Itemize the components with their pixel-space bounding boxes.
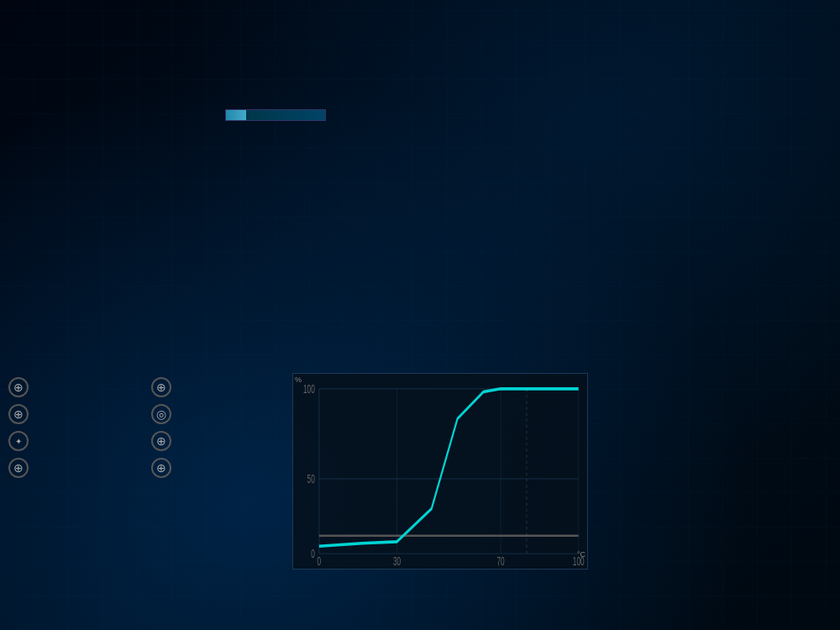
chart-x-label: °C	[577, 550, 585, 559]
fan-icon-cpu	[8, 377, 29, 397]
fan-icon-hamp	[8, 431, 29, 451]
svg-text:100: 100	[303, 382, 315, 396]
fan-chart-svg: 100 50 0 0 30 70 100	[293, 374, 587, 569]
fan-icon-ext2	[151, 458, 171, 478]
svg-text:0: 0	[311, 547, 315, 560]
cpu-temp-bar	[225, 109, 326, 121]
cpu-fan-chart-section: CPU FAN % °C	[292, 357, 588, 591]
chart-y-label: %	[295, 375, 302, 384]
svg-text:0: 0	[318, 554, 322, 568]
fan-icon-ext1	[8, 458, 29, 478]
fan-icon-aio	[151, 404, 171, 424]
fan-icon-cpuopt	[151, 431, 171, 451]
svg-text:50: 50	[307, 472, 316, 486]
cpu-temp-bar-fill	[226, 110, 246, 120]
svg-text:30: 30	[393, 554, 402, 568]
svg-text:70: 70	[496, 554, 505, 568]
fan-icon-cha2	[8, 404, 29, 424]
fan-icon-cha1	[151, 377, 171, 397]
cpu-fan-chart: % °C 100	[292, 373, 588, 570]
